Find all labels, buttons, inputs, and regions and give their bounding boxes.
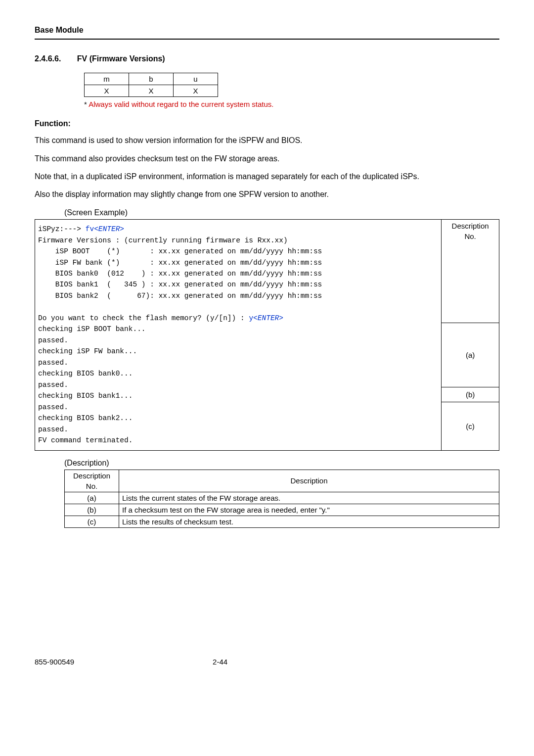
desc-col-head: Description No. — [442, 220, 499, 323]
prompt-prefix: iSPyz:---> — [38, 225, 86, 233]
section-number: 2.4.6.6. — [35, 53, 61, 64]
fv-check2: passed. — [38, 336, 68, 344]
table-row: (c) Lists the results of checksum test. — [65, 516, 499, 527]
desc-row-b-no: (b) — [65, 504, 119, 516]
fv-line1: Firmware Versions : (currently running f… — [38, 236, 288, 244]
screen-example-table: iSPyz:---> fv<ENTER> Firmware Versions :… — [35, 219, 499, 450]
fv-question-prefix: Do you want to check the flash memory? (… — [38, 314, 249, 322]
fv-check10: passed. — [38, 425, 68, 433]
perm-value-m: X — [85, 85, 129, 96]
function-p3: Note that, in a duplicated iSP environme… — [35, 171, 499, 182]
perm-header-m: m — [85, 73, 129, 85]
function-p4: Also the display information may slightl… — [35, 189, 499, 200]
perm-value-u: X — [174, 85, 218, 96]
desc-row-b-text: If a checksum test on the FW storage are… — [119, 504, 499, 516]
perm-header-b: b — [129, 73, 174, 85]
footer-docnum: 855-900549 — [35, 657, 74, 667]
section-heading: 2.4.6.6. FV (Firmware Versions) — [35, 53, 499, 64]
marker-a: (a) — [442, 323, 499, 387]
marker-b: (b) — [442, 387, 499, 402]
description-table: Description No. Description (a) Lists th… — [64, 470, 499, 528]
footer-pagenum: 2-44 — [213, 657, 227, 667]
perm-value-b: X — [129, 85, 174, 96]
desc-col-2-head: Description — [119, 470, 499, 492]
asterisk-note: * Always valid without regard to the cur… — [84, 99, 499, 109]
perm-header-u: u — [174, 73, 218, 85]
desc-row-a-no: (a) — [65, 492, 119, 504]
cmd-fv: fv — [86, 225, 94, 233]
function-heading: Function: — [35, 118, 499, 129]
fv-question-enter: <ENTER> — [253, 314, 283, 322]
fv-check8: passed. — [38, 403, 68, 411]
fv-line5: BIOS bank1 ( 345 ) : xx.xx generated on … — [38, 281, 322, 288]
fv-check4: passed. — [38, 359, 68, 367]
description-label: (Description) — [64, 458, 499, 469]
screen-output: iSPyz:---> fv<ENTER> Firmware Versions :… — [38, 224, 436, 446]
page-header: Base Module — [35, 25, 499, 36]
function-p2: This command also provides checksum test… — [35, 153, 499, 164]
fv-check9: checking BIOS bank2... — [38, 414, 133, 422]
fv-question-y: y — [249, 314, 253, 322]
function-p1: This command is used to show version inf… — [35, 135, 499, 146]
fv-line6: BIOS bank2 ( 67): xx.xx generated on mm/… — [38, 292, 322, 300]
permission-table: m b u X X X — [84, 73, 218, 97]
table-row: (a) Lists the current states of the FW s… — [65, 492, 499, 504]
fv-line3: iSP FW bank (*) : xx.xx generated on mm/… — [38, 259, 322, 267]
section-title: FV (Firmware Versions) — [77, 54, 165, 63]
fv-check11: FV command terminated. — [38, 436, 133, 444]
fv-check1: checking iSP BOOT bank... — [38, 325, 146, 333]
desc-row-a-text: Lists the current states of the FW stora… — [119, 492, 499, 504]
fv-check7: checking BIOS bank1... — [38, 392, 133, 400]
desc-row-c-no: (c) — [65, 516, 119, 527]
fv-line4: BIOS bank0 (012 ) : xx.xx generated on m… — [38, 270, 322, 278]
fv-check5: checking BIOS bank0... — [38, 370, 133, 378]
fv-check3: checking iSP FW bank... — [38, 347, 137, 355]
cmd-enter: <ENTER> — [94, 225, 124, 233]
asterisk-note-text: Always valid without regard to the curre… — [87, 100, 274, 108]
desc-row-c-text: Lists the results of checksum test. — [119, 516, 499, 527]
fv-check6: passed. — [38, 381, 68, 389]
footer: 855-900549 2-44 — [35, 657, 499, 667]
screen-example-label: (Screen Example) — [64, 207, 499, 218]
desc-col-1-head: Description No. — [65, 470, 119, 492]
header-rule — [35, 39, 499, 40]
fv-line2: iSP BOOT (*) : xx.xx generated on mm/dd/… — [38, 247, 322, 255]
marker-c: (c) — [442, 402, 499, 450]
table-row: (b) If a checksum test on the FW storage… — [65, 504, 499, 516]
